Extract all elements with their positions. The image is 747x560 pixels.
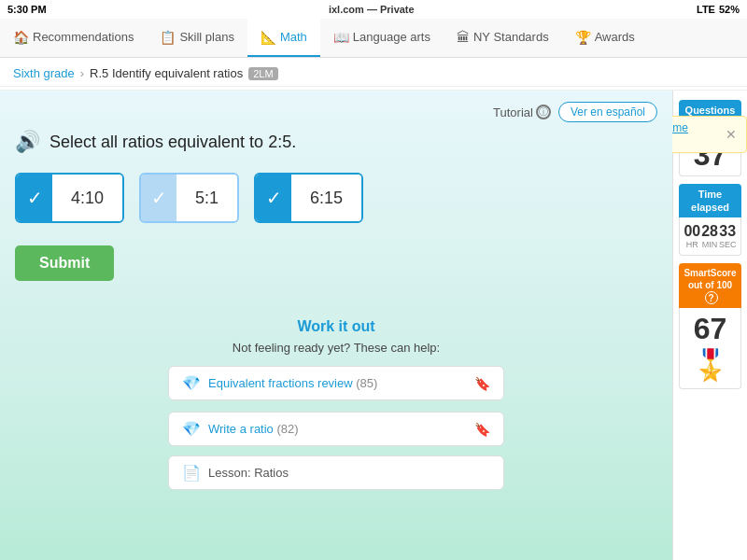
battery-icon: 52% — [719, 4, 740, 15]
tab-awards[interactable]: 🏆 Awards — [562, 19, 648, 57]
skillplans-icon: 📋 — [160, 30, 176, 45]
answer-option-2[interactable]: ✓ 5:1 — [139, 173, 239, 223]
smart-score-number: 67 — [684, 314, 737, 343]
tab-nystandards[interactable]: 🏛 NY Standards — [444, 19, 562, 57]
status-bar: 5:30 PM ixl.com — Private LTE 52% — [0, 0, 747, 19]
speaker-icon[interactable]: 🔊 — [15, 130, 40, 154]
diamond-icon-2: 💎 — [182, 420, 201, 438]
main-layout: Tutorial ⓘ Ver en español 🔊 Select all r… — [0, 91, 747, 560]
time-elapsed-section: Timeelapsed 00 HR 28 MIN 33 SEC — [679, 184, 741, 257]
bookmark-icon-1[interactable]: 🔖 — [474, 376, 490, 391]
languagearts-icon: 📖 — [333, 30, 349, 45]
time-hr: 00 HR — [684, 223, 700, 249]
breadcrumb-separator: › — [80, 66, 84, 80]
status-url: ixl.com — Private — [329, 4, 415, 15]
time-elapsed-label: Timeelapsed — [679, 184, 741, 218]
work-it-out: Work it out Not feeling ready yet? These… — [15, 318, 657, 490]
resource-label-1: Equivalent fractions review (85) — [208, 376, 377, 390]
medal-icon: 🎖️ — [684, 347, 737, 383]
breadcrumb-current: R.5 Identify equivalent ratios — [90, 66, 243, 80]
resource-link-1[interactable]: 💎 Equivalent fractions review (85) 🔖 — [168, 366, 504, 400]
time-sec: 33 SEC — [719, 223, 737, 249]
smart-score-info-icon[interactable]: ? — [705, 291, 718, 304]
diamond-icon-1: 💎 — [182, 374, 201, 392]
tutorial-label: Tutorial ⓘ — [493, 105, 551, 119]
smart-score-section: SmartScoreout of 100 ? 67 🎖️ — [679, 263, 741, 389]
answer-options: ✓ 4:10 ✓ 5:1 ✓ 6:15 — [15, 173, 657, 223]
tab-skillplans[interactable]: 📋 Skill plans — [147, 19, 247, 57]
lesson-link[interactable]: 📄 Lesson: Ratios — [168, 455, 504, 490]
resource-link-2[interactable]: 💎 Write a ratio (82) 🔖 — [168, 412, 504, 446]
answer-check-3: ✓ — [256, 175, 291, 221]
time-elapsed-value: 00 HR 28 MIN 33 SEC — [679, 217, 741, 256]
awards-icon: 🏆 — [575, 30, 591, 45]
question-row: 🔊 Select all ratios equivalent to 2:5. — [15, 130, 657, 154]
resource-links: 💎 Equivalent fractions review (85) 🔖 💎 W… — [15, 366, 657, 446]
smart-score-value: 67 🎖️ — [679, 308, 741, 389]
status-indicators: LTE 52% — [697, 4, 740, 15]
lesson-label: Lesson: Ratios — [208, 466, 289, 480]
smart-score-label: SmartScoreout of 100 ? — [679, 263, 741, 308]
lesson-icon: 📄 — [182, 464, 201, 482]
work-it-out-subtitle: Not feeling ready yet? These can help: — [15, 341, 657, 355]
breadcrumb-parent[interactable]: Sixth grade — [13, 66, 75, 80]
sidebar: Questionsanswered 37 Timeelapsed 00 HR 2… — [672, 91, 747, 560]
answer-check-2: ✓ — [141, 175, 176, 221]
answer-text-2: 5:1 — [176, 175, 237, 221]
math-icon: 📐 — [261, 30, 276, 45]
tutorial-info-icon[interactable]: ⓘ — [536, 105, 551, 119]
breadcrumb-row: Sixth grade › R.5 Identify equivalent ra… — [0, 58, 747, 91]
tab-math[interactable]: 📐 Math — [247, 19, 320, 57]
signal-icon: LTE — [697, 4, 715, 15]
answer-check-1: ✓ — [17, 175, 52, 221]
prize-close-button[interactable]: ✕ — [726, 127, 737, 142]
tab-recommendations[interactable]: 🏠 Recommendations — [0, 19, 147, 57]
status-time: 5:30 PM — [7, 4, 47, 15]
lesson-link-row: 📄 Lesson: Ratios — [15, 455, 657, 490]
content-area: Tutorial ⓘ Ver en español 🔊 Select all r… — [0, 91, 672, 560]
work-it-out-title: Work it out — [15, 318, 657, 335]
tab-languagearts[interactable]: 📖 Language arts — [320, 19, 444, 57]
question-text: Select all ratios equivalent to 2:5. — [49, 133, 296, 152]
bookmark-icon-2[interactable]: 🔖 — [474, 422, 490, 437]
time-min: 28 MIN — [701, 223, 718, 249]
recommendations-icon: 🏠 — [13, 30, 29, 45]
answer-text-1: 4:10 — [52, 175, 122, 221]
tutorial-row: Tutorial ⓘ Ver en español — [15, 102, 657, 122]
breadcrumb: Sixth grade › R.5 Identify equivalent ra… — [0, 61, 747, 87]
spanish-button[interactable]: Ver en español — [558, 102, 657, 122]
answer-option-3[interactable]: ✓ 6:15 — [254, 173, 363, 223]
resource-label-2: Write a ratio (82) — [208, 422, 299, 436]
breadcrumb-badge: 2LM — [248, 67, 277, 80]
tab-bar: 🏠 Recommendations 📋 Skill plans 📐 Math 📖… — [0, 19, 747, 58]
submit-button[interactable]: Submit — [15, 245, 114, 281]
answer-text-3: 6:15 — [291, 175, 361, 221]
answer-option-1[interactable]: ✓ 4:10 — [15, 173, 124, 223]
nystandards-icon: 🏛 — [457, 30, 470, 45]
